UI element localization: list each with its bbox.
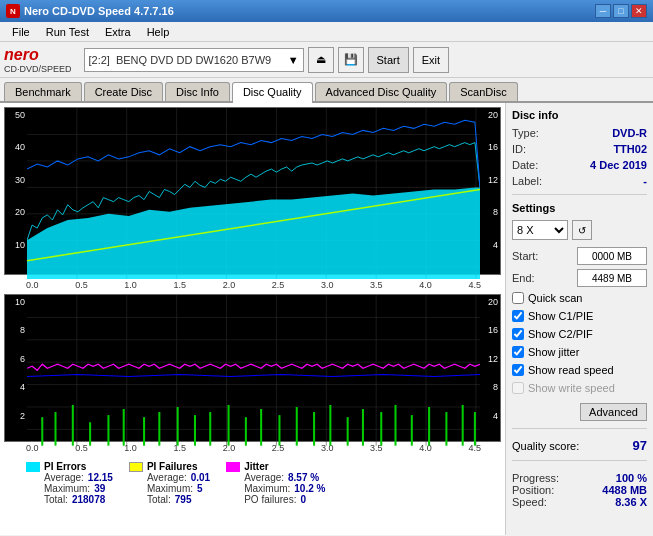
show-write-speed-row: Show write speed (512, 382, 647, 394)
quick-scan-checkbox[interactable] (512, 292, 524, 304)
menu-extra[interactable]: Extra (97, 24, 139, 40)
pi-failures-color (129, 462, 143, 472)
show-c1pie-row: Show C1/PIE (512, 310, 647, 322)
top-chart-x-axis: 0.0 0.5 1.0 1.5 2.0 2.5 3.0 3.5 4.0 4.5 (4, 279, 501, 290)
toolbar: nero CD·DVD/SPEED [2:2] BENQ DVD DD DW16… (0, 42, 653, 78)
position-value: 4488 MB (602, 484, 647, 496)
top-chart-y-axis-right: 20 16 12 8 4 (480, 108, 500, 274)
jitter-max-val: 10.2 % (294, 483, 325, 494)
tab-benchmark[interactable]: Benchmark (4, 82, 82, 101)
disc-id-value: TTH02 (613, 143, 647, 155)
drive-selector[interactable]: [2:2] BENQ DVD DD DW1620 B7W9 ▼ (84, 48, 304, 72)
main-content: 50 40 30 20 10 (0, 103, 653, 535)
drive-name: BENQ DVD DD DW1620 B7W9 (116, 54, 286, 66)
jitter-max-label: Maximum: (244, 483, 290, 494)
tab-advanced-disc-quality[interactable]: Advanced Disc Quality (315, 82, 448, 101)
disc-label-row: Label: - (512, 175, 647, 187)
drive-label: [2:2] (89, 54, 110, 66)
legend-pi-failures: PI Failures Average: 0.01 Maximum: 5 Tot… (129, 461, 210, 505)
exit-button[interactable]: Exit (413, 47, 449, 73)
pi-failures-total-val: 795 (175, 494, 192, 505)
tab-create-disc[interactable]: Create Disc (84, 82, 163, 101)
quick-scan-label: Quick scan (528, 292, 582, 304)
settings-title: Settings (512, 202, 647, 214)
close-button[interactable]: ✕ (631, 4, 647, 18)
disc-type-value: DVD-R (612, 127, 647, 139)
show-jitter-checkbox[interactable] (512, 346, 524, 358)
pi-errors-stats: PI Errors Average: 12.15 Maximum: 39 Tot… (44, 461, 113, 505)
pi-errors-max-label: Maximum: (44, 483, 90, 494)
pi-errors-color (26, 462, 40, 472)
disc-type-row: Type: DVD-R (512, 127, 647, 139)
drive-dropdown-arrow: ▼ (288, 54, 299, 66)
show-read-speed-checkbox[interactable] (512, 364, 524, 376)
show-c1pie-label: Show C1/PIE (528, 310, 593, 322)
disc-date-value: 4 Dec 2019 (590, 159, 647, 171)
end-input[interactable] (577, 269, 647, 287)
svg-marker-15 (27, 187, 480, 279)
progress-label: Progress: (512, 472, 559, 484)
refresh-button[interactable]: ↺ (572, 220, 592, 240)
show-c2pif-label: Show C2/PIF (528, 328, 593, 340)
show-write-speed-checkbox (512, 382, 524, 394)
divider-2 (512, 428, 647, 429)
tab-disc-quality[interactable]: Disc Quality (232, 82, 313, 103)
end-row: End: (512, 269, 647, 287)
app-title: Nero CD-DVD Speed 4.7.7.16 (24, 5, 174, 17)
disc-label-label: Label: (512, 175, 542, 187)
jitter-label: Jitter (244, 461, 325, 472)
show-read-speed-label: Show read speed (528, 364, 614, 376)
start-row: Start: (512, 247, 647, 265)
pi-failures-max-val: 5 (197, 483, 203, 494)
divider-1 (512, 194, 647, 195)
disc-info-title: Disc info (512, 109, 647, 121)
jitter-stats: Jitter Average: 8.57 % Maximum: 10.2 % P… (244, 461, 325, 505)
save-button[interactable]: 💾 (338, 47, 364, 73)
start-input[interactable] (577, 247, 647, 265)
menu-help[interactable]: Help (139, 24, 178, 40)
top-chart: 50 40 30 20 10 (4, 107, 501, 275)
pi-errors-total-val: 218078 (72, 494, 105, 505)
menu-bar: File Run Test Extra Help (0, 22, 653, 42)
legend-pi-errors: PI Errors Average: 12.15 Maximum: 39 Tot… (26, 461, 113, 505)
quick-scan-row: Quick scan (512, 292, 647, 304)
advanced-button[interactable]: Advanced (580, 403, 647, 421)
jitter-avg-val: 8.57 % (288, 472, 319, 483)
end-label: End: (512, 272, 535, 284)
start-button[interactable]: Start (368, 47, 409, 73)
tab-scan-disc[interactable]: ScanDisc (449, 82, 517, 101)
pi-failures-max-label: Maximum: (147, 483, 193, 494)
quality-row: Quality score: 97 (512, 438, 647, 453)
pi-errors-total-label: Total: (44, 494, 68, 505)
menu-run-test[interactable]: Run Test (38, 24, 97, 40)
right-panel: Disc info Type: DVD-R ID: TTH02 Date: 4 … (505, 103, 653, 535)
top-chart-y-axis-left: 50 40 30 20 10 (5, 108, 27, 274)
show-jitter-label: Show jitter (528, 346, 579, 358)
maximize-button[interactable]: □ (613, 4, 629, 18)
divider-3 (512, 460, 647, 461)
position-label: Position: (512, 484, 554, 496)
nero-logo: nero (4, 46, 72, 64)
progress-section: Progress: 100 % Position: 4488 MB Speed:… (512, 472, 647, 508)
show-c2pif-checkbox[interactable] (512, 328, 524, 340)
bottom-chart-svg (27, 295, 480, 446)
speed-row: Speed: 8.36 X (512, 496, 647, 508)
quality-score-label: Quality score: (512, 440, 579, 452)
progress-row: Progress: 100 % (512, 472, 647, 484)
menu-file[interactable]: File (4, 24, 38, 40)
pi-errors-max-val: 39 (94, 483, 105, 494)
show-c1pie-checkbox[interactable] (512, 310, 524, 322)
eject-button[interactable]: ⏏ (308, 47, 334, 73)
tab-disc-info[interactable]: Disc Info (165, 82, 230, 101)
logo: nero CD·DVD/SPEED (4, 46, 72, 74)
nero-sub: CD·DVD/SPEED (4, 64, 72, 74)
pi-failures-total-label: Total: (147, 494, 171, 505)
minimize-button[interactable]: ─ (595, 4, 611, 18)
speed-select[interactable]: 8 X (512, 220, 568, 240)
speed-value: 8.36 X (615, 496, 647, 508)
disc-id-label: ID: (512, 143, 526, 155)
pi-errors-avg-val: 12.15 (88, 472, 113, 483)
disc-date-label: Date: (512, 159, 538, 171)
tab-bar: Benchmark Create Disc Disc Info Disc Qua… (0, 78, 653, 103)
show-write-speed-label: Show write speed (528, 382, 615, 394)
